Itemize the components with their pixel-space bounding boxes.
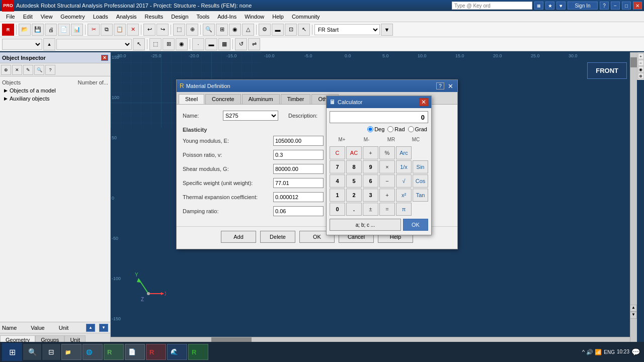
- shear-input[interactable]: [273, 164, 324, 174]
- panel-tb1[interactable]: ⊕: [1, 65, 11, 75]
- tb2-icon2[interactable]: ⬚: [149, 38, 162, 50]
- menu-design[interactable]: Design: [167, 13, 192, 21]
- tab-concrete[interactable]: Concrete: [205, 94, 241, 104]
- menu-results[interactable]: Results: [141, 13, 168, 21]
- star-icon[interactable]: ★: [545, 2, 554, 10]
- btn-delete[interactable]: Delete: [260, 231, 295, 243]
- calc-btn-1/x14[interactable]: 1/x: [396, 160, 412, 173]
- tb-zoom-in[interactable]: 🔍: [203, 24, 215, 36]
- tb2-mirror[interactable]: ⇌: [248, 38, 260, 50]
- calc-btn-√24[interactable]: √: [396, 174, 412, 188]
- tb-paste[interactable]: 📋: [114, 24, 126, 36]
- taskbar-app2[interactable]: 📄: [125, 344, 145, 360]
- menu-community[interactable]: Community: [288, 13, 324, 21]
- tb-sections[interactable]: ▬: [272, 24, 284, 36]
- calc-btn-710[interactable]: 7: [330, 160, 345, 173]
- tb2-icon3[interactable]: ⊞: [163, 38, 175, 50]
- calc-btn-+33[interactable]: +: [379, 189, 395, 202]
- panel-tb5[interactable]: ?: [45, 65, 55, 75]
- tb2-combo2[interactable]: [56, 39, 132, 50]
- tb2-bar[interactable]: ▬: [205, 38, 217, 50]
- tb-pointer[interactable]: ↖: [298, 24, 310, 36]
- calc-btn-=43[interactable]: =: [379, 203, 395, 216]
- tb-open[interactable]: 📂: [19, 24, 31, 36]
- calc-btn-Tan35[interactable]: Tan: [413, 189, 428, 202]
- panel-tb4[interactable]: 🔍: [34, 65, 44, 75]
- rt1[interactable]: +: [638, 53, 644, 59]
- calc-btn-811[interactable]: 8: [346, 160, 362, 173]
- panel-tb2[interactable]: ✕: [12, 65, 22, 75]
- damping-input[interactable]: [273, 206, 324, 216]
- tb-new[interactable]: R: [2, 24, 14, 36]
- tb-undo[interactable]: ↩: [143, 24, 155, 36]
- calc-btn-231[interactable]: 2: [346, 189, 362, 202]
- rt4[interactable]: ⊕: [638, 73, 644, 79]
- scrollbar-thumb-v[interactable]: [630, 57, 637, 67]
- panel-tb3[interactable]: ✎: [23, 65, 33, 75]
- start-btn[interactable]: ⊞: [2, 343, 22, 361]
- tb2-combo1[interactable]: [2, 39, 42, 50]
- scroll-down-btn[interactable]: ▼: [630, 312, 637, 319]
- poisson-input[interactable]: [273, 150, 324, 160]
- calc-btn-%03[interactable]: %: [379, 146, 395, 159]
- calc-btn-332[interactable]: 3: [363, 189, 378, 202]
- tb-zoom-fit[interactable]: ⊞: [216, 24, 228, 36]
- tb-view3d[interactable]: △: [242, 24, 254, 36]
- radio-deg-input[interactable]: [367, 126, 373, 132]
- name-combo[interactable]: S275: [223, 111, 278, 121]
- dialog-material-close[interactable]: ✕: [446, 82, 454, 89]
- bookmark-icon[interactable]: ♥: [556, 2, 566, 10]
- menu-analysis[interactable]: Analysis: [112, 13, 141, 21]
- radio-grad[interactable]: Grad: [408, 126, 427, 132]
- menu-loads[interactable]: Loads: [89, 13, 112, 21]
- tree-item-objects[interactable]: ▶ Objects of a model: [2, 86, 108, 95]
- canvas-scrollbar-v[interactable]: ▲ ▼: [630, 52, 637, 344]
- calc-btn-C00[interactable]: C: [330, 146, 345, 159]
- tb2-rotate[interactable]: ↺: [235, 38, 247, 50]
- calc-btn-×13[interactable]: ×: [379, 160, 395, 173]
- radio-deg[interactable]: Deg: [367, 126, 384, 132]
- calc-btn-040[interactable]: 0: [330, 203, 345, 216]
- btn-mr[interactable]: MR: [384, 134, 399, 144]
- ribbon-icon[interactable]: ▦: [534, 2, 543, 10]
- tb-print2[interactable]: 📄: [58, 24, 70, 36]
- calc-btn-521[interactable]: 5: [346, 174, 362, 188]
- tb-copy[interactable]: ⧉: [101, 24, 113, 36]
- tab-aluminum[interactable]: Aluminum: [242, 94, 280, 104]
- tb-snap[interactable]: ⊕: [186, 24, 198, 36]
- radio-rad[interactable]: Rad: [387, 126, 405, 132]
- calc-btn-AC01[interactable]: AC: [346, 146, 362, 159]
- btn-add[interactable]: Add: [221, 231, 256, 243]
- calc-btn-622[interactable]: 6: [363, 174, 378, 188]
- tb2-panel[interactable]: ▦: [218, 38, 230, 50]
- calc-btn-Cos25[interactable]: Cos: [413, 174, 428, 188]
- rt2[interactable]: −: [638, 60, 644, 66]
- calc-btn-912[interactable]: 9: [363, 160, 378, 173]
- tb-materials[interactable]: ⚙: [259, 24, 271, 36]
- taskbar-taskview[interactable]: ⊟: [42, 344, 60, 360]
- menu-help[interactable]: Help: [268, 13, 288, 21]
- panel-scroll-down[interactable]: ▼: [99, 324, 108, 332]
- search-input[interactable]: [452, 2, 532, 10]
- calc-btn-+02[interactable]: +: [363, 146, 378, 159]
- sign-in-btn[interactable]: Sign In: [568, 2, 598, 10]
- scroll-up-btn[interactable]: ▲: [630, 305, 637, 312]
- restore-btn[interactable]: □: [622, 2, 631, 10]
- menu-edit[interactable]: Edit: [19, 13, 37, 21]
- tree-item-auxiliary[interactable]: ▶ Auxiliary objects: [2, 95, 108, 103]
- tb2-icon1[interactable]: ↖: [133, 38, 145, 50]
- taskbar-search[interactable]: 🔍: [23, 344, 41, 360]
- calc-btn-.41[interactable]: .: [346, 203, 362, 216]
- menu-tools[interactable]: Tools: [193, 13, 214, 21]
- tb2-arrow[interactable]: ▲: [43, 38, 55, 50]
- tb-combo-go[interactable]: ▼: [381, 24, 393, 36]
- calc-btn-130[interactable]: 1: [330, 189, 345, 202]
- spec-weight-input[interactable]: [273, 178, 324, 188]
- taskbar-app4[interactable]: 🌊: [167, 344, 187, 360]
- tb2-icon4[interactable]: ◉: [176, 38, 188, 50]
- fr-combo[interactable]: FR Start: [314, 24, 380, 35]
- rt3[interactable]: ◉: [638, 66, 644, 72]
- panel-close-btn[interactable]: ✕: [101, 55, 108, 61]
- taskbar-explorer[interactable]: 📁: [61, 344, 82, 360]
- taskbar-app3[interactable]: R: [146, 344, 166, 360]
